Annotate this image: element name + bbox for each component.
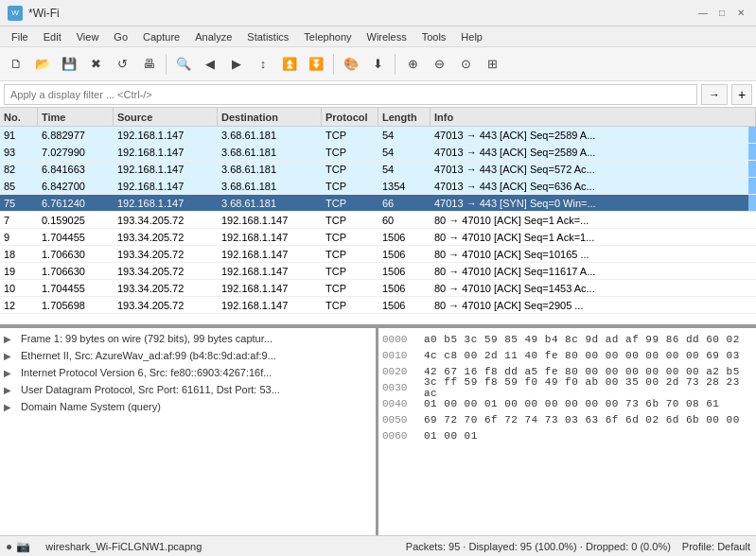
col-header-proto[interactable]: Protocol <box>322 108 378 126</box>
detail-item[interactable]: ▶Frame 1: 99 bytes on wire (792 bits), 9… <box>0 330 376 347</box>
table-cell-time: 1.704455 <box>38 280 114 296</box>
colorize-button[interactable]: 🎨 <box>339 52 363 77</box>
table-cell-proto: TCP <box>322 127 378 143</box>
col-header-no[interactable]: No. <box>0 108 38 126</box>
packet-list-body[interactable]: 916.882977192.168.1.1473.68.61.181TCP544… <box>0 127 756 324</box>
menu-item-go[interactable]: Go <box>106 29 135 44</box>
table-cell-proto: TCP <box>322 212 378 228</box>
hex-bytes: a0 b5 3c 59 85 49 b4 8c 9d ad af 99 86 d… <box>424 334 752 345</box>
table-cell-time: 1.706630 <box>38 263 114 279</box>
menu-item-analyze[interactable]: Analyze <box>187 29 239 44</box>
table-cell-time: 6.761240 <box>38 195 114 211</box>
window-controls: — □ ✕ <box>695 6 748 21</box>
table-cell-dest: 192.168.1.147 <box>218 263 322 279</box>
print-button[interactable]: 🖶 <box>136 52 161 77</box>
resize-cols-button[interactable]: ⊞ <box>480 52 504 77</box>
expand-toggle[interactable]: ▶ <box>4 351 17 361</box>
table-row[interactable]: 121.705698193.34.205.72192.168.1.147TCP1… <box>0 297 756 314</box>
table-row[interactable]: 856.842700192.168.1.1473.68.61.181TCP135… <box>0 178 756 195</box>
table-cell-no: 85 <box>0 178 38 194</box>
detail-item[interactable]: ▶User Datagram Protocol, Src Port: 61611… <box>0 381 376 398</box>
save-button[interactable]: 💾 <box>57 52 81 77</box>
ready-icon: ● <box>6 540 12 553</box>
table-row[interactable]: 756.761240192.168.1.1473.68.61.181TCP664… <box>0 195 756 212</box>
col-header-len[interactable]: Length <box>378 108 431 126</box>
table-cell-len: 66 <box>378 195 431 211</box>
menu-item-capture[interactable]: Capture <box>135 29 187 44</box>
zoom-reset-button[interactable]: ⊙ <box>453 52 478 77</box>
go-back-button[interactable]: ◀ <box>198 52 222 77</box>
detail-item[interactable]: ▶Ethernet II, Src: AzureWav_ad:af:99 (b4… <box>0 347 376 364</box>
table-cell-dest: 192.168.1.147 <box>218 280 322 296</box>
expand-toggle[interactable]: ▶ <box>4 334 17 344</box>
autoscroll-button[interactable]: ⬇ <box>365 52 390 77</box>
status-bar: ● 📷 wireshark_Wi-FiCLGNW1.pcapng Packets… <box>0 535 756 556</box>
filter-apply-button[interactable]: → <box>701 84 728 105</box>
last-packet-button[interactable]: ⏬ <box>304 52 328 77</box>
menu-item-wireless[interactable]: Wireless <box>360 29 414 44</box>
zoom-out-button[interactable]: ⊖ <box>427 52 451 77</box>
new-file-button[interactable]: 🗋 <box>4 52 28 77</box>
table-row[interactable]: 70.159025193.34.205.72192.168.1.147TCP60… <box>0 212 756 229</box>
minimize-button[interactable]: — <box>695 6 711 21</box>
menu-item-telephony[interactable]: Telephony <box>296 29 359 44</box>
menu-item-view[interactable]: View <box>69 29 107 44</box>
table-cell-no: 82 <box>0 161 38 177</box>
close-button[interactable]: ✖ <box>83 52 108 77</box>
col-header-info[interactable]: Info <box>431 108 756 126</box>
open-button[interactable]: 📂 <box>30 52 55 77</box>
first-packet-button[interactable]: ⏫ <box>277 52 302 77</box>
expand-toggle[interactable]: ▶ <box>4 385 17 395</box>
table-row[interactable]: 101.704455193.34.205.72192.168.1.147TCP1… <box>0 280 756 297</box>
table-row[interactable]: 91.704455193.34.205.72192.168.1.147TCP15… <box>0 229 756 246</box>
table-cell-proto: TCP <box>322 195 378 211</box>
go-to-packet-button[interactable]: ↕ <box>251 52 275 77</box>
toolbar-separator-2 <box>333 54 334 75</box>
expand-toggle[interactable]: ▶ <box>4 368 17 378</box>
table-cell-proto: TCP <box>322 229 378 245</box>
detail-item[interactable]: ▶Internet Protocol Version 6, Src: fe80:… <box>0 364 376 381</box>
detail-item[interactable]: ▶Domain Name System (query) <box>0 398 376 415</box>
table-cell-no: 18 <box>0 246 38 262</box>
table-row[interactable]: 191.706630193.34.205.72192.168.1.147TCP1… <box>0 263 756 280</box>
table-cell-source: 192.168.1.147 <box>114 144 218 160</box>
table-row[interactable]: 826.841663192.168.1.1473.68.61.181TCP544… <box>0 161 756 178</box>
menu-item-help[interactable]: Help <box>453 29 490 44</box>
col-header-time[interactable]: Time <box>38 108 114 126</box>
table-row[interactable]: 937.027990192.168.1.1473.68.61.181TCP544… <box>0 144 756 161</box>
menu-item-edit[interactable]: Edit <box>36 29 69 44</box>
packet-list-header: No. Time Source Destination Protocol Len… <box>0 108 756 127</box>
table-cell-proto: TCP <box>322 297 378 313</box>
zoom-in-button[interactable]: ⊕ <box>400 52 425 77</box>
packet-details: ▶Frame 1: 99 bytes on wire (792 bits), 9… <box>0 328 378 535</box>
detail-text: Domain Name System (query) <box>21 401 161 412</box>
table-cell-proto: TCP <box>322 161 378 177</box>
filter-bar: → + <box>0 81 756 108</box>
table-row[interactable]: 916.882977192.168.1.1473.68.61.181TCP544… <box>0 127 756 144</box>
find-button[interactable]: 🔍 <box>171 52 196 77</box>
table-cell-source: 192.168.1.147 <box>114 178 218 194</box>
reload-button[interactable]: ↺ <box>110 52 134 77</box>
table-cell-dest: 192.168.1.147 <box>218 297 322 313</box>
maximize-button[interactable]: □ <box>714 6 730 21</box>
col-header-source[interactable]: Source <box>114 108 218 126</box>
table-cell-info: 47013 → 443 [ACK] Seq=636 Ac... <box>431 178 748 194</box>
menu-item-statistics[interactable]: Statistics <box>239 29 296 44</box>
filter-input[interactable] <box>4 84 697 105</box>
col-header-dest[interactable]: Destination <box>218 108 322 126</box>
menu-item-tools[interactable]: Tools <box>414 29 454 44</box>
menu-item-file[interactable]: File <box>4 29 36 44</box>
table-cell-proto: TCP <box>322 263 378 279</box>
table-cell-dest: 3.68.61.181 <box>218 178 322 194</box>
table-cell-no: 10 <box>0 280 38 296</box>
table-row[interactable]: 181.706630193.34.205.72192.168.1.147TCP1… <box>0 246 756 263</box>
toolbar: 🗋 📂 💾 ✖ ↺ 🖶 🔍 ◀ ▶ ↕ ⏫ ⏬ 🎨 ⬇ ⊕ ⊖ ⊙ ⊞ <box>0 47 756 81</box>
profile-label: Profile: Default <box>682 541 750 552</box>
table-cell-source: 193.34.205.72 <box>114 229 218 245</box>
close-button[interactable]: ✕ <box>733 6 748 21</box>
table-cell-len: 1506 <box>378 297 431 313</box>
filter-add-button[interactable]: + <box>731 84 752 105</box>
table-cell-source: 192.168.1.147 <box>114 127 218 143</box>
go-forward-button[interactable]: ▶ <box>224 52 249 77</box>
expand-toggle[interactable]: ▶ <box>4 402 17 412</box>
